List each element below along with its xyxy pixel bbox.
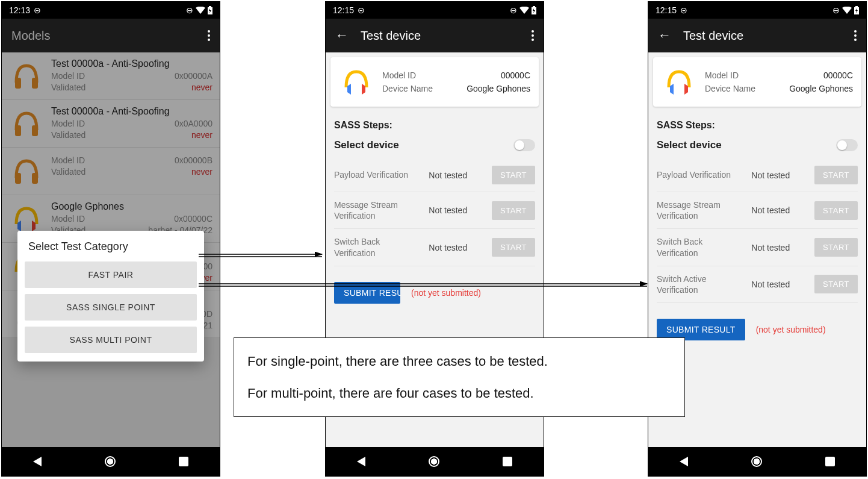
device-card: Model ID00000C Device NameGoogle Gphones [653, 57, 861, 107]
status-bar: 12:15 ⊝ ⊖ [326, 2, 544, 19]
page-title: Models [11, 29, 196, 43]
start-button[interactable]: START [492, 166, 535, 184]
sass-single-point-button[interactable]: SASS SINGLE POINT [25, 294, 197, 321]
select-device-toggle[interactable] [513, 139, 535, 151]
start-button[interactable]: START [814, 238, 858, 257]
nav-bar [648, 447, 866, 476]
status-bar: 12:15 ⊝ ⊖ [648, 2, 866, 19]
select-device-toggle[interactable] [836, 139, 858, 151]
test-row: Message Stream VerificationNot testedSTA… [657, 192, 858, 229]
test-status: Not tested [751, 243, 808, 252]
status-icon-dnd: ⊝ [358, 5, 365, 15]
status-time: 12:15 [333, 5, 354, 15]
more-vert-icon[interactable] [532, 30, 534, 41]
caption-box: For single-point, there are three cases … [234, 337, 685, 417]
start-button[interactable]: START [814, 275, 858, 293]
page-title: Test device [683, 29, 842, 43]
model-id-label: Model ID [705, 70, 739, 80]
fast-pair-button[interactable]: FAST PAIR [25, 261, 197, 288]
test-name: Switch Back Verification [657, 236, 745, 258]
status-bar: 12:13 ⊝ ⊖ [2, 2, 220, 19]
device-name-value: Google Gphones [467, 84, 530, 93]
battery-icon [208, 6, 212, 14]
nav-home-icon[interactable] [105, 456, 116, 467]
test-name: Switch Back Verification [334, 236, 423, 258]
nav-recent-icon[interactable] [179, 457, 188, 466]
caption-line-2: For multi-point, there are four cases to… [247, 383, 671, 403]
model-id-value: 00000C [823, 70, 853, 80]
app-bar: Models [2, 19, 220, 52]
arrow-single-point [199, 249, 331, 261]
donotdisturb-icon: ⊖ [510, 5, 517, 15]
test-row: Switch Back VerificationNot testedSTART [657, 229, 858, 266]
test-row: Switch Back VerificationNot testedSTART [334, 229, 535, 266]
arrow-multi-point [199, 279, 656, 291]
nav-back-icon[interactable] [357, 457, 365, 466]
page-title: Test device [361, 29, 519, 43]
nav-back-icon[interactable] [33, 457, 42, 466]
test-list-single: Payload VerificationNot testedSTARTMessa… [334, 158, 535, 266]
device-name-label: Device Name [705, 84, 755, 93]
caption-line-1: For single-point, there are three cases … [247, 351, 671, 371]
status-icon-dnd: ⊝ [680, 5, 687, 15]
status-time: 12:13 [9, 5, 30, 15]
more-vert-icon[interactable] [208, 30, 210, 41]
svg-rect-12 [533, 6, 535, 7]
nav-home-icon[interactable] [751, 456, 762, 467]
test-status: Not tested [751, 205, 808, 215]
test-name: Payload Verification [334, 169, 423, 180]
device-icon [339, 64, 374, 99]
back-arrow-icon[interactable]: ← [335, 28, 349, 43]
start-button[interactable]: START [492, 201, 535, 220]
device-name-label: Device Name [382, 84, 433, 93]
select-device-label: Select device [334, 139, 399, 151]
device-icon [662, 64, 696, 99]
sass-multi-point-button[interactable]: SASS MULTI POINT [25, 327, 197, 353]
test-status: Not tested [429, 205, 486, 215]
test-status: Not tested [429, 171, 486, 180]
app-bar: ← Test device [326, 19, 544, 52]
more-vert-icon[interactable] [854, 30, 857, 41]
start-button[interactable]: START [492, 238, 535, 257]
test-status: Not tested [751, 280, 808, 289]
nav-home-icon[interactable] [429, 456, 439, 467]
battery-icon [532, 6, 536, 14]
wifi-icon [519, 7, 529, 14]
donotdisturb-icon: ⊖ [186, 5, 193, 15]
status-time: 12:15 [656, 5, 677, 15]
select-device-label: Select device [657, 139, 722, 151]
test-status: Not tested [429, 243, 486, 252]
test-name: Message Stream Verification [334, 199, 423, 221]
wifi-icon [196, 7, 205, 14]
test-name: Message Stream Verification [657, 199, 745, 221]
back-arrow-icon[interactable]: ← [658, 28, 671, 43]
test-list-multi: Payload VerificationNot testedSTARTMessa… [657, 158, 858, 303]
model-id-value: 00000C [501, 70, 530, 80]
battery-icon [854, 6, 859, 14]
device-card: Model ID00000C Device NameGoogle Gphones [330, 57, 539, 107]
start-button[interactable]: START [814, 166, 858, 184]
nav-recent-icon[interactable] [503, 457, 512, 466]
app-bar: ← Test device [648, 19, 866, 52]
test-name: Payload Verification [657, 169, 745, 180]
nav-bar [2, 447, 220, 476]
test-row: Payload VerificationNot testedSTART [657, 158, 858, 192]
test-name: Switch Active Verification [657, 274, 745, 295]
start-button[interactable]: START [814, 201, 858, 220]
svg-rect-14 [855, 6, 858, 7]
model-id-label: Model ID [382, 70, 416, 80]
nav-recent-icon[interactable] [825, 457, 835, 466]
test-row: Payload VerificationNot testedSTART [334, 158, 535, 192]
nav-back-icon[interactable] [680, 457, 688, 466]
sass-steps-heading: SASS Steps: [657, 120, 858, 131]
donotdisturb-icon: ⊖ [832, 5, 840, 15]
dialog-title: Select Test Category [25, 240, 197, 253]
test-status: Not tested [751, 171, 808, 180]
nav-bar [326, 447, 544, 476]
content-area: Test 00000a - Anti-SpoofingModel ID0x000… [2, 52, 220, 447]
svg-rect-1 [209, 6, 211, 7]
test-row: Message Stream VerificationNot testedSTA… [334, 192, 535, 229]
phone-models: 12:13 ⊝ ⊖ Models Test 00000a - Anti-Spoo… [1, 1, 220, 477]
status-icon-dnd: ⊝ [34, 5, 41, 15]
sass-steps-heading: SASS Steps: [334, 120, 535, 131]
